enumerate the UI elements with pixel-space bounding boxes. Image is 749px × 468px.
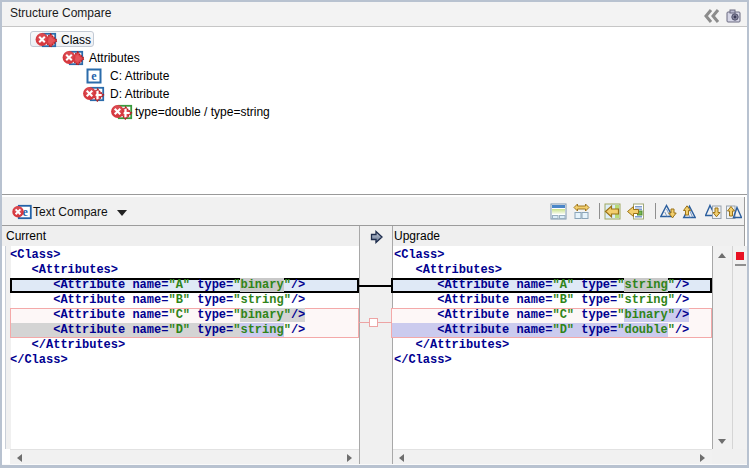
svg-text:e: e [91, 69, 97, 83]
